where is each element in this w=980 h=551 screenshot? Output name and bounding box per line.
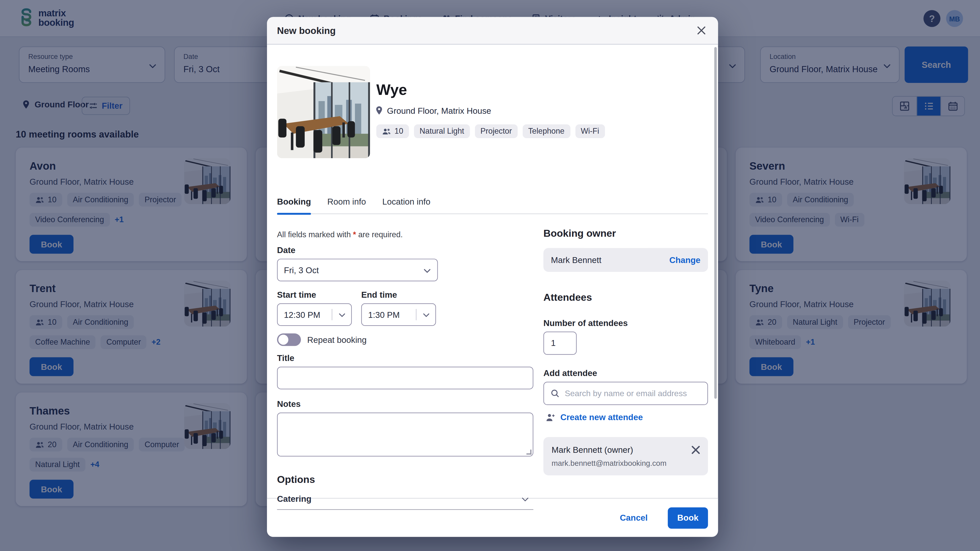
chevron-down-icon — [423, 266, 431, 275]
amenity-chip: Natural Light — [414, 124, 470, 138]
attendee-item: Mark Bennett (owner)mark.bennett@matrixb… — [543, 437, 708, 475]
booking-form-left-column: Date Fri, 3 Oct Start time 12:30 PM — [277, 245, 533, 510]
chevron-down-icon — [521, 494, 530, 503]
tab-booking[interactable]: Booking — [277, 197, 311, 213]
date-select[interactable]: Fri, 3 Oct — [277, 259, 438, 281]
title-label: Title — [277, 354, 533, 363]
attendee-list: Mark Bennett (owner)mark.bennett@matrixb… — [543, 437, 708, 475]
create-new-attendee-link[interactable]: Create new attendee — [546, 413, 708, 422]
attendee-search-input[interactable] — [565, 389, 708, 398]
number-of-attendees-label: Number of attendees — [543, 318, 708, 328]
start-time-select[interactable]: 12:30 PM — [277, 303, 352, 326]
notes-label: Notes — [277, 400, 533, 409]
amenity-chip: 10 — [376, 124, 409, 138]
notes-textarea[interactable] — [277, 413, 533, 456]
owner-name: Mark Bennett — [551, 256, 601, 265]
required-fields-note: All fields marked with * are required. — [277, 230, 403, 239]
room-name: Wye — [376, 81, 407, 99]
start-time-label: Start time — [277, 290, 352, 300]
repeat-booking-toggle[interactable] — [277, 333, 301, 346]
resize-grip-icon[interactable] — [527, 449, 531, 454]
number-of-attendees-input[interactable]: 1 — [543, 332, 576, 355]
required-star: * — [353, 230, 356, 239]
people-icon — [382, 127, 391, 135]
booking-form-right-column: Booking owner Mark Bennett Change Attend… — [543, 228, 708, 475]
change-owner-link[interactable]: Change — [670, 256, 700, 265]
search-icon — [550, 389, 560, 398]
modal-tabs: BookingRoom infoLocation info — [277, 197, 708, 214]
room-location: Ground Floor, Matrix House — [375, 106, 491, 116]
modal-header: New booking — [267, 17, 718, 44]
booking-owner-box: Mark Bennett Change — [543, 248, 708, 272]
person-plus-icon — [546, 413, 555, 421]
new-booking-modal: New booking Wye Ground Floor, Matrix Hou… — [267, 17, 718, 537]
amenity-chip: Wi-Fi — [575, 124, 605, 138]
close-button[interactable] — [694, 24, 708, 37]
chevron-down-icon — [338, 311, 346, 319]
attendee-search — [543, 382, 708, 405]
catering-accordion[interactable]: Catering — [277, 494, 533, 510]
modal-book-button[interactable]: Book — [668, 507, 708, 529]
attendee-email: mark.bennett@matrixbooking.com — [552, 459, 687, 468]
modal-body: Wye Ground Floor, Matrix House 10Natural… — [267, 44, 718, 498]
amenity-chip: Projector — [475, 124, 517, 138]
tab-location-info[interactable]: Location info — [382, 197, 430, 213]
remove-attendee-button[interactable] — [691, 445, 700, 454]
close-icon — [697, 26, 705, 35]
end-time-label: End time — [361, 290, 436, 300]
attendees-heading: Attendees — [543, 292, 708, 303]
chevron-down-icon — [422, 311, 430, 319]
modal-title: New booking — [277, 25, 336, 36]
title-input[interactable] — [277, 367, 533, 389]
add-attendee-label: Add attendee — [543, 368, 708, 378]
modal-scrollbar[interactable] — [714, 47, 717, 399]
options-heading: Options — [277, 474, 533, 485]
date-label: Date — [277, 245, 533, 255]
amenity-chip: Telephone — [523, 124, 570, 138]
room-amenity-chips: 10Natural LightProjectorTelephoneWi-Fi — [376, 124, 605, 138]
booking-owner-heading: Booking owner — [543, 228, 708, 239]
cancel-button[interactable]: Cancel — [616, 513, 652, 523]
room-photo — [277, 66, 370, 158]
app-window: matrix booking New bookingBookingsFind s… — [0, 0, 980, 551]
close-icon — [691, 445, 700, 454]
attendee-name: Mark Bennett (owner) — [552, 445, 687, 454]
repeat-booking-label: Repeat booking — [307, 335, 367, 345]
tab-room-info[interactable]: Room info — [327, 197, 366, 213]
pin-icon — [375, 106, 383, 116]
end-time-select[interactable]: 1:30 PM — [361, 303, 436, 326]
